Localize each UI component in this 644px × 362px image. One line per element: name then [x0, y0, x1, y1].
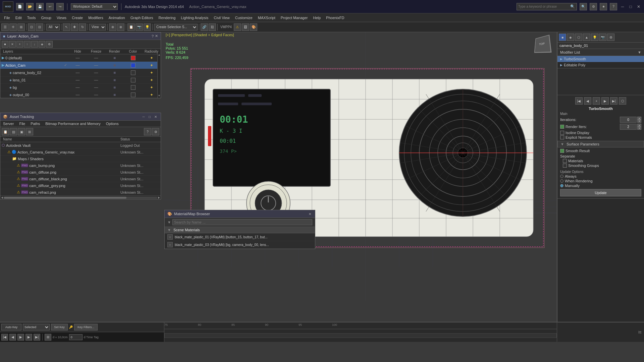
modifier-dropdown-arrow[interactable]: ▼: [638, 50, 641, 54]
menu-lighting[interactable]: Lighting Analysis: [178, 15, 211, 20]
render-col-3[interactable]: ■: [105, 78, 124, 82]
asset-row[interactable]: ⚠ PNG cam_refract.png Unknown St...: [0, 189, 161, 196]
snap-btn[interactable]: ⊕: [109, 23, 116, 31]
transform-btn[interactable]: ✛: [9, 23, 17, 31]
rp-icon-6[interactable]: 📷: [599, 34, 606, 41]
mirror-btn[interactable]: ⊡: [28, 23, 35, 31]
iterations-up[interactable]: ▲: [637, 117, 641, 120]
object-name-field[interactable]: [557, 43, 644, 49]
asset-btn-2[interactable]: ▤: [10, 128, 17, 135]
rp-icon-2[interactable]: ◈: [567, 34, 574, 41]
snap2d-btn[interactable]: ⊗: [117, 23, 124, 31]
redo-btn[interactable]: ↪: [56, 3, 64, 10]
menu-animation[interactable]: Animation: [106, 15, 128, 20]
always-radio[interactable]: [560, 175, 564, 178]
nav-cube[interactable]: TOP: [533, 36, 553, 56]
workspace-select[interactable]: Workspace: Default: [71, 3, 118, 10]
layer-move-down-btn[interactable]: ↓: [31, 41, 38, 48]
layer-row[interactable]: ◈ bg — — ■ ✦: [0, 84, 161, 91]
menu-edit[interactable]: Edit: [13, 15, 24, 20]
asset-btn-4[interactable]: ⊞: [26, 128, 33, 135]
freeze-col-0[interactable]: —: [87, 56, 105, 60]
scroll-up-arrow[interactable]: ▲: [158, 53, 161, 56]
material-btn[interactable]: 🎨: [250, 23, 257, 31]
asset-row[interactable]: ⚠ PNG cam_diffuse_black.png Unknown St..…: [0, 176, 161, 182]
asset-hscrollbar[interactable]: ◀ ▶: [0, 196, 161, 199]
asset-settings-btn[interactable]: ⚙: [152, 128, 159, 135]
asset-minimize-btn[interactable]: ─: [141, 114, 146, 119]
material-item[interactable]: V black_mate_plastic_03 (VRayMtl) [bg, c…: [165, 241, 315, 249]
asset-window-titlebar[interactable]: 📦 Asset Tracking ─ □ ✕: [0, 113, 161, 121]
iterations-down[interactable]: ▼: [637, 120, 641, 123]
new-btn[interactable]: 📄: [16, 3, 23, 10]
layer-move-up-btn[interactable]: ↑: [24, 41, 31, 48]
search-input[interactable]: [517, 3, 577, 10]
asset-maximize-btn[interactable]: □: [147, 114, 152, 119]
scroll-right[interactable]: ▶: [158, 196, 160, 199]
layer-btn[interactable]: 📋: [127, 23, 135, 31]
asset-menu-paths[interactable]: Paths: [28, 121, 43, 127]
undo-btn[interactable]: ↩: [46, 3, 54, 10]
warning-btn[interactable]: ⚠: [234, 23, 241, 31]
render-iters-value[interactable]: 2: [620, 124, 637, 130]
viewport[interactable]: [+] [Perspective] [Shaded + Edged Faces]…: [164, 32, 557, 322]
iterations-value[interactable]: 0: [620, 117, 637, 123]
material-item[interactable]: V black_mate_plastic_01 (VRayMtl) [butto…: [165, 233, 315, 241]
asset-row[interactable]: ⚠ PNG cam_diffuse_grey.png Unknown St...: [0, 182, 161, 189]
surface-params-section[interactable]: ▼ Surface Parameters: [557, 141, 644, 147]
asset-menu-options[interactable]: Options: [103, 121, 121, 127]
asset-menu-bitmap[interactable]: Bitmap Performance and Memory: [43, 121, 103, 127]
camera-btn[interactable]: 📷: [136, 23, 143, 31]
set-key-btn[interactable]: Set Key: [51, 324, 68, 330]
rp-nav-1[interactable]: |◀: [575, 97, 583, 105]
material-browser-titlebar[interactable]: 🎨 Material/Map Browser ✕: [165, 210, 315, 218]
hide-col-2[interactable]: —: [68, 70, 87, 75]
asset-menu-file[interactable]: File: [16, 121, 28, 127]
hide-col-0[interactable]: —: [68, 56, 87, 60]
render-btn[interactable]: 🖼: [242, 23, 249, 31]
menu-rendering[interactable]: Rendering: [156, 15, 178, 20]
hide-col-5[interactable]: —: [68, 93, 87, 97]
time-field[interactable]: 0: [69, 334, 83, 340]
rotate-btn[interactable]: ↻: [79, 23, 86, 31]
color-col-3[interactable]: [124, 78, 142, 82]
rp-nav-5[interactable]: ▶|: [610, 97, 618, 105]
next-frame-btn[interactable]: ▶: [25, 334, 32, 341]
freeze-col-4[interactable]: —: [87, 85, 105, 90]
skip-start-btn[interactable]: |◀: [1, 334, 8, 341]
freeze-col-2[interactable]: —: [87, 70, 105, 75]
rp-nav-4[interactable]: ▶: [601, 97, 609, 105]
layer-new-btn[interactable]: ■: [2, 41, 8, 48]
asset-row[interactable]: ⬡ Autodesk Vault Logged Out: [0, 142, 161, 149]
menu-file[interactable]: File: [1, 15, 13, 20]
render-iters-up[interactable]: ▲: [637, 124, 641, 127]
asset-row[interactable]: ⚠ PNG cam_bump.png Unknown St...: [0, 162, 161, 169]
minimize-btn[interactable]: ─: [620, 4, 625, 9]
rp-icon-5[interactable]: 💡: [591, 34, 598, 41]
update-button[interactable]: Update: [560, 189, 641, 196]
filter-select[interactable]: All: [46, 24, 60, 31]
timeline-track[interactable]: [164, 329, 557, 342]
scroll-left[interactable]: ◀: [1, 196, 3, 199]
material-search-input[interactable]: [172, 219, 312, 225]
timeline-bar[interactable]: [164, 333, 557, 338]
material-browser-close-btn[interactable]: ✕: [308, 212, 312, 216]
layer-row[interactable]: ◈ lens_01 — — ■ ✦: [0, 76, 161, 84]
rp-icon-7[interactable]: ⚙: [607, 34, 614, 41]
star-icon[interactable]: ★: [600, 3, 607, 10]
skip-end-btn[interactable]: ▶|: [34, 334, 40, 341]
open-btn[interactable]: 📂: [26, 3, 34, 10]
rp-nav-2[interactable]: ◀: [584, 97, 591, 105]
asset-btn-1[interactable]: 📋: [2, 128, 9, 135]
help-icon[interactable]: ?: [610, 3, 617, 10]
render-col-5[interactable]: ■: [105, 93, 124, 97]
color-col-2[interactable]: [124, 70, 142, 75]
render-col-0[interactable]: ■: [105, 56, 124, 60]
rp-icon-3[interactable]: ⬡: [575, 34, 582, 41]
asset-menu-server[interactable]: Server: [0, 121, 16, 127]
rp-nav-6[interactable]: ⬡: [619, 97, 626, 105]
color-col-1[interactable]: [124, 63, 142, 68]
menu-views[interactable]: Views: [54, 15, 69, 20]
layer-help-btn[interactable]: ?: [152, 34, 154, 38]
key-filters-btn[interactable]: Key Filters...: [74, 324, 98, 330]
